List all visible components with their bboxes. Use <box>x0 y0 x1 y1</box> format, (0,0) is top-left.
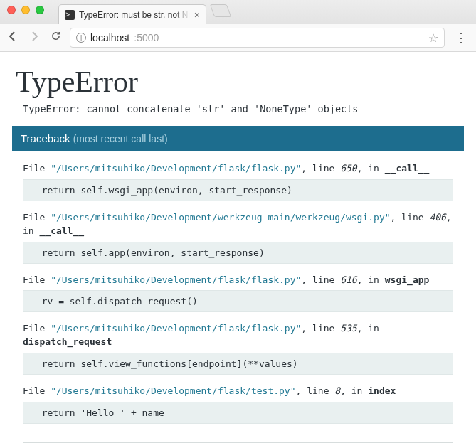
frame-code[interactable]: return self.wsgi_app(environ, start_resp… <box>23 179 453 201</box>
favicon-terminal-icon: >_ <box>65 10 75 20</box>
browser-chrome: >_ TypeError: must be str, not No × i lo… <box>0 0 476 52</box>
reload-icon <box>51 31 61 41</box>
address-bar[interactable]: i localhost:5000 ☆ <box>70 28 445 48</box>
debugger-console[interactable]: [console ready] >>> type(name) <type 'No… <box>23 442 453 448</box>
frame-code[interactable]: return self.view_functions[endpoint](**v… <box>23 353 453 375</box>
traceback-hint: (most recent call last) <box>73 133 168 144</box>
bookmark-star-icon[interactable]: ☆ <box>428 31 438 45</box>
window-close-button[interactable] <box>7 6 16 14</box>
traceback-frame[interactable]: File "/Users/mitsuhiko/Development/flask… <box>23 274 453 313</box>
browser-toolbar: i localhost:5000 ☆ ⋮ <box>0 24 476 51</box>
frame-code[interactable]: return 'Hello ' + name <box>23 402 453 424</box>
tab-title: TypeError: must be str, not No <box>79 10 190 20</box>
traceback-header: Traceback (most recent call last) <box>12 126 464 151</box>
error-heading: TypeError <box>16 65 460 99</box>
traffic-lights <box>7 6 44 14</box>
browser-tab[interactable]: >_ TypeError: must be str, not No × <box>58 4 206 24</box>
frame-location: File "/Users/mitsuhiko/Development/flask… <box>23 274 453 287</box>
back-button[interactable] <box>6 31 20 46</box>
reload-button[interactable] <box>48 31 63 45</box>
frame-location: File "/Users/mitsuhiko/Development/flask… <box>23 162 453 176</box>
new-tab-button[interactable] <box>210 4 232 17</box>
traceback-title: Traceback <box>21 132 70 144</box>
traceback-frame[interactable]: File "/Users/mitsuhiko/Development/werkz… <box>23 211 453 264</box>
frame-code[interactable]: rv = self.dispatch_request() <box>23 290 453 312</box>
frame-code[interactable]: return self.app(environ, start_response) <box>23 242 453 264</box>
frame-location: File "/Users/mitsuhiko/Development/werkz… <box>23 211 453 238</box>
page-content: TypeError TypeError: cannot concatenate … <box>0 52 476 448</box>
frame-location: File "/Users/mitsuhiko/Development/flask… <box>23 385 453 398</box>
site-info-icon[interactable]: i <box>76 33 86 43</box>
titlebar: >_ TypeError: must be str, not No × <box>0 0 476 24</box>
frame-location: File "/Users/mitsuhiko/Development/flask… <box>23 322 453 349</box>
error-message: TypeError: cannot concatenate 'str' and … <box>16 103 460 114</box>
traceback-frame[interactable]: File "/Users/mitsuhiko/Development/flask… <box>23 385 453 424</box>
tab-close-icon[interactable]: × <box>194 10 200 20</box>
window-minimize-button[interactable] <box>21 6 30 14</box>
url-port: :5000 <box>134 32 159 43</box>
traceback-frames: File "/Users/mitsuhiko/Development/flask… <box>16 151 460 439</box>
url-host: localhost <box>90 32 129 43</box>
arrow-right-icon <box>28 31 40 42</box>
traceback-frame[interactable]: File "/Users/mitsuhiko/Development/flask… <box>23 162 453 201</box>
traceback-frame[interactable]: File "/Users/mitsuhiko/Development/flask… <box>23 322 453 375</box>
browser-menu-button[interactable]: ⋮ <box>452 30 470 46</box>
window-maximize-button[interactable] <box>36 6 44 14</box>
forward-button[interactable] <box>27 31 41 46</box>
arrow-left-icon <box>7 31 18 42</box>
